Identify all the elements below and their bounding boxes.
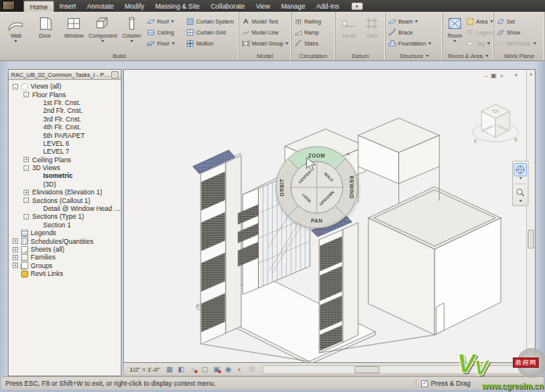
tree-item-elevations[interactable]: +Elevations (Elevation 1) bbox=[9, 188, 121, 196]
press-drag-control[interactable]: ✓ Press & Drag bbox=[416, 379, 471, 388]
model-text-button[interactable]: AModel Text bbox=[242, 16, 289, 27]
component-button[interactable]: Component bbox=[89, 13, 118, 52]
hide-isolate-icon[interactable]: ◉ bbox=[223, 365, 233, 374]
set-button[interactable]: Set bbox=[496, 16, 542, 27]
tag-button[interactable]: Tag bbox=[466, 38, 491, 49]
component-dropdown-icon[interactable] bbox=[101, 40, 104, 44]
viewcube[interactable]: TOP FRONT RIGHT S E bbox=[466, 93, 529, 156]
curtain-grid-button[interactable]: Curtain Grid bbox=[186, 27, 236, 38]
tree-item-section-1[interactable]: Section 1 bbox=[9, 221, 121, 229]
tab-view[interactable]: View bbox=[250, 1, 275, 12]
horizontal-scrollbar[interactable] bbox=[263, 365, 532, 374]
wall-button[interactable]: Wall bbox=[2, 13, 31, 52]
tab-add-ins[interactable]: Add-Ins bbox=[311, 1, 344, 12]
tree-item-view[interactable]: 3rd Flr. Cnst. bbox=[9, 115, 121, 123]
reveal-hidden-icon[interactable]: ◐ bbox=[235, 365, 245, 374]
tag-dropdown-icon[interactable] bbox=[487, 42, 490, 46]
wheel-close-icon[interactable]: × bbox=[347, 151, 350, 157]
mullion-button[interactable]: Mullion bbox=[186, 38, 236, 49]
model-line-button[interactable]: Model Line bbox=[242, 27, 289, 38]
expander-icon[interactable]: + bbox=[13, 247, 18, 252]
expander-icon[interactable]: + bbox=[24, 157, 29, 162]
application-button[interactable] bbox=[0, 0, 24, 12]
floor-dropdown-icon[interactable] bbox=[172, 42, 175, 46]
close-icon[interactable]: × bbox=[500, 72, 503, 79]
roof-button[interactable]: Roof bbox=[147, 16, 184, 27]
tree-item-ceiling-plans[interactable]: +Ceiling Plans bbox=[9, 156, 121, 164]
tree-item-view[interactable]: 2nd Flr. Cnst. bbox=[9, 107, 121, 114]
browser-dock-icon[interactable]: ▫ bbox=[111, 71, 118, 78]
horizontal-scrollbar-thumb[interactable] bbox=[354, 366, 380, 373]
tab-home[interactable]: Home bbox=[24, 1, 54, 12]
tree-item-detail[interactable]: Detail @ Window Head / Sill bbox=[9, 205, 121, 212]
legend-button[interactable]: Legend bbox=[466, 27, 491, 38]
curtain-system-button[interactable]: Curtain System bbox=[186, 16, 236, 27]
tree-item-3d[interactable]: (3D) bbox=[9, 180, 121, 188]
graphics-style-icon[interactable]: ◧ bbox=[176, 365, 186, 374]
model-group-button[interactable]: Model Group bbox=[242, 38, 289, 49]
column-dropdown-icon[interactable] bbox=[130, 40, 133, 44]
scroll-down-arrow-icon[interactable]: ▾ bbox=[527, 354, 535, 362]
expander-icon[interactable]: + bbox=[13, 263, 18, 268]
ribbon-cycle-icon[interactable]: ▾ bbox=[351, 2, 363, 10]
expander-icon[interactable]: + bbox=[13, 255, 18, 260]
tree-item-view[interactable]: 5th PARAPET bbox=[9, 131, 121, 139]
roof-dropdown-icon[interactable] bbox=[171, 20, 174, 24]
beam-button[interactable]: Beam bbox=[388, 16, 440, 27]
stairs-button[interactable]: Stairs bbox=[294, 38, 332, 49]
tree-item-groups[interactable]: +Groups bbox=[9, 262, 121, 270]
tree-item-schedules[interactable]: +Schedules/Quantities bbox=[9, 237, 121, 245]
column-button[interactable]: Column bbox=[118, 13, 147, 52]
tree-item-isometric[interactable]: Isometric bbox=[9, 172, 121, 180]
tree-item-view[interactable]: 1st Flr. Cnst. bbox=[9, 99, 121, 107]
tab-collaborate[interactable]: Collaborate bbox=[205, 1, 250, 12]
tree-item-floor-plans[interactable]: -Floor Plans bbox=[9, 90, 121, 98]
level-button[interactable]: Level bbox=[337, 13, 361, 52]
ref-plane-dropdown-icon[interactable] bbox=[533, 42, 536, 46]
scroll-up-icon[interactable]: ▴ bbox=[514, 71, 518, 78]
shadows-icon[interactable]: ☼ bbox=[188, 365, 198, 374]
sun-path-icon[interactable]: ☉ bbox=[247, 365, 256, 374]
tree-item-legends[interactable]: Legends bbox=[9, 229, 121, 237]
restore-icon[interactable]: ▣ bbox=[491, 72, 497, 79]
grid-button[interactable]: Grid bbox=[361, 13, 384, 52]
area-button[interactable]: Area bbox=[466, 16, 491, 27]
expander-icon[interactable]: - bbox=[24, 198, 29, 203]
wall-dropdown-icon[interactable] bbox=[14, 40, 17, 44]
tab-annotate[interactable]: Annotate bbox=[82, 1, 119, 12]
crop-view-icon[interactable]: ▢ bbox=[200, 365, 209, 374]
window-button[interactable]: Window bbox=[60, 13, 89, 52]
zoom-options-dropdown-icon[interactable] bbox=[519, 200, 522, 204]
tree-item-view[interactable]: 4th Flr. Cnst. bbox=[9, 123, 121, 131]
expander-icon[interactable]: - bbox=[24, 214, 29, 220]
drawing-area[interactable]: ZOOM REWIND PAN ORBIT CENTER WALK UP/DOW… bbox=[123, 69, 536, 363]
room-area-panel-dropdown-icon[interactable] bbox=[485, 55, 489, 59]
expander-icon[interactable]: - bbox=[24, 92, 29, 97]
expander-icon[interactable]: + bbox=[13, 238, 18, 244]
foundation-dropdown-icon[interactable] bbox=[428, 42, 431, 46]
tab-manage[interactable]: Manage bbox=[276, 1, 311, 12]
structure-panel-dropdown-icon[interactable] bbox=[426, 55, 429, 59]
foundation-button[interactable]: Foundation bbox=[388, 38, 440, 49]
tree-item-3d-views[interactable]: -3D Views bbox=[9, 164, 121, 172]
project-browser-titlebar[interactable]: RAC_UB_02_Common_Tasks_I - Project... ▫ bbox=[9, 70, 121, 80]
press-drag-checkbox[interactable]: ✓ bbox=[421, 380, 428, 387]
crop-region-icon[interactable]: ▣ bbox=[212, 365, 221, 374]
tab-modify[interactable]: Modify bbox=[119, 1, 150, 12]
vertical-scrollbar-thumb[interactable] bbox=[528, 230, 534, 249]
tree-item-view[interactable]: LEVEL 6 bbox=[9, 140, 121, 147]
tree-item-sections-type[interactable]: -Sections (Type 1) bbox=[9, 212, 121, 220]
floor-button[interactable]: Floor bbox=[147, 38, 184, 49]
tree-item-revit-links[interactable]: Revit Links bbox=[9, 270, 121, 278]
scroll-up-arrow-icon[interactable]: ▴ bbox=[527, 70, 535, 78]
tree-item-sections-callout[interactable]: -Sections (Callout 1) bbox=[9, 196, 121, 204]
detail-level-icon[interactable]: ▦ bbox=[165, 365, 174, 374]
model-group-dropdown-icon[interactable] bbox=[285, 42, 289, 46]
tab-insert[interactable]: Insert bbox=[54, 1, 82, 12]
ceiling-button[interactable]: Ceiling bbox=[147, 27, 184, 38]
tree-item-families[interactable]: +Families bbox=[9, 253, 121, 261]
steering-wheel-button[interactable] bbox=[514, 163, 527, 176]
expander-icon[interactable]: - bbox=[24, 165, 29, 171]
wheel-options-dropdown-icon[interactable] bbox=[519, 177, 522, 181]
tree-item-sheets[interactable]: +Sheets (all) bbox=[9, 245, 121, 253]
